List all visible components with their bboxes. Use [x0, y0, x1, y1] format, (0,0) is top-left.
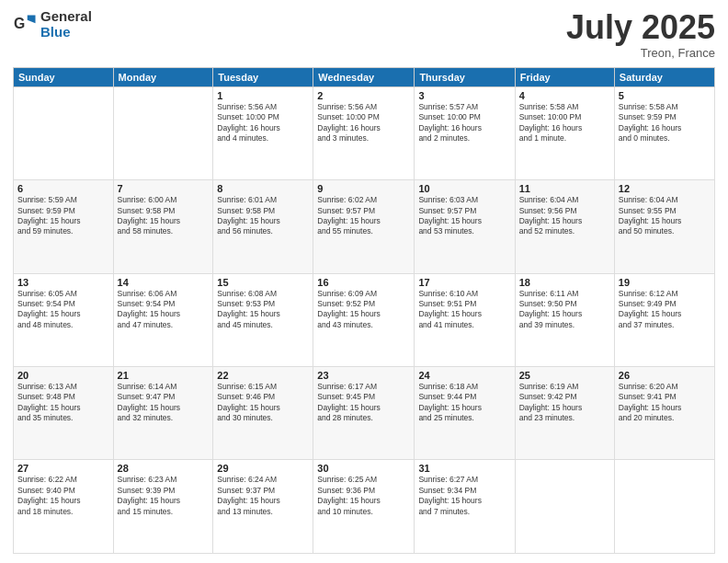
day-info: Sunrise: 5:56 AM Sunset: 10:00 PM Daylig… — [217, 102, 309, 144]
col-tuesday: Tuesday — [213, 67, 313, 86]
table-row: 28Sunrise: 6:23 AM Sunset: 9:39 PM Dayli… — [113, 460, 213, 554]
location: Treon, France — [566, 46, 715, 60]
day-number: 10 — [418, 183, 510, 194]
day-number: 16 — [317, 277, 410, 288]
table-row: 11Sunrise: 6:04 AM Sunset: 9:56 PM Dayli… — [515, 180, 614, 273]
table-row: 5Sunrise: 5:58 AM Sunset: 9:59 PM Daylig… — [614, 86, 714, 179]
day-info: Sunrise: 6:02 AM Sunset: 9:57 PM Dayligh… — [317, 195, 410, 237]
day-info: Sunrise: 6:03 AM Sunset: 9:57 PM Dayligh… — [418, 195, 510, 237]
table-row: 2Sunrise: 5:56 AM Sunset: 10:00 PM Dayli… — [313, 86, 415, 179]
table-row: 9Sunrise: 6:02 AM Sunset: 9:57 PM Daylig… — [313, 180, 415, 273]
table-row: 25Sunrise: 6:19 AM Sunset: 9:42 PM Dayli… — [515, 367, 614, 460]
table-row: 27Sunrise: 6:22 AM Sunset: 9:40 PM Dayli… — [14, 460, 114, 554]
table-row: 6Sunrise: 5:59 AM Sunset: 9:59 PM Daylig… — [14, 180, 114, 273]
calendar-week-row: 20Sunrise: 6:13 AM Sunset: 9:48 PM Dayli… — [14, 367, 715, 460]
day-number: 6 — [17, 183, 109, 194]
day-number: 17 — [418, 277, 510, 288]
day-info: Sunrise: 6:19 AM Sunset: 9:42 PM Dayligh… — [519, 382, 610, 424]
day-number: 3 — [418, 90, 510, 101]
table-row: 3Sunrise: 5:57 AM Sunset: 10:00 PM Dayli… — [415, 86, 515, 179]
day-info: Sunrise: 5:59 AM Sunset: 9:59 PM Dayligh… — [17, 195, 109, 237]
calendar-week-row: 6Sunrise: 5:59 AM Sunset: 9:59 PM Daylig… — [14, 180, 715, 273]
day-info: Sunrise: 6:17 AM Sunset: 9:45 PM Dayligh… — [317, 382, 410, 424]
logo-icon: G — [13, 12, 39, 38]
table-row: 29Sunrise: 6:24 AM Sunset: 9:37 PM Dayli… — [213, 460, 313, 554]
day-info: Sunrise: 6:05 AM Sunset: 9:54 PM Dayligh… — [17, 289, 109, 331]
day-info: Sunrise: 6:27 AM Sunset: 9:34 PM Dayligh… — [418, 475, 510, 517]
table-row: 17Sunrise: 6:10 AM Sunset: 9:51 PM Dayli… — [415, 273, 515, 366]
day-info: Sunrise: 5:58 AM Sunset: 10:00 PM Daylig… — [519, 102, 610, 144]
col-monday: Monday — [113, 67, 213, 86]
logo: G General Blue — [13, 9, 92, 40]
calendar-week-row: 27Sunrise: 6:22 AM Sunset: 9:40 PM Dayli… — [14, 460, 715, 554]
day-number: 23 — [317, 370, 410, 381]
table-row: 26Sunrise: 6:20 AM Sunset: 9:41 PM Dayli… — [614, 367, 714, 460]
day-number: 11 — [519, 183, 610, 194]
calendar-header-row: Sunday Monday Tuesday Wednesday Thursday… — [14, 67, 715, 86]
day-number: 26 — [619, 370, 711, 381]
table-row: 8Sunrise: 6:01 AM Sunset: 9:58 PM Daylig… — [213, 180, 313, 273]
table-row: 4Sunrise: 5:58 AM Sunset: 10:00 PM Dayli… — [515, 86, 614, 179]
day-number: 22 — [217, 370, 309, 381]
day-info: Sunrise: 6:13 AM Sunset: 9:48 PM Dayligh… — [17, 382, 109, 424]
table-row — [14, 86, 114, 179]
day-info: Sunrise: 6:04 AM Sunset: 9:56 PM Dayligh… — [519, 195, 610, 237]
day-info: Sunrise: 6:14 AM Sunset: 9:47 PM Dayligh… — [118, 382, 210, 424]
table-row: 18Sunrise: 6:11 AM Sunset: 9:50 PM Dayli… — [515, 273, 614, 366]
day-info: Sunrise: 5:58 AM Sunset: 9:59 PM Dayligh… — [619, 102, 711, 144]
table-row — [614, 460, 714, 554]
day-number: 9 — [317, 183, 410, 194]
col-thursday: Thursday — [415, 67, 515, 86]
day-info: Sunrise: 5:56 AM Sunset: 10:00 PM Daylig… — [317, 102, 410, 144]
day-info: Sunrise: 6:08 AM Sunset: 9:53 PM Dayligh… — [217, 289, 309, 331]
table-row: 12Sunrise: 6:04 AM Sunset: 9:55 PM Dayli… — [614, 180, 714, 273]
table-row: 20Sunrise: 6:13 AM Sunset: 9:48 PM Dayli… — [14, 367, 114, 460]
day-number: 8 — [217, 183, 309, 194]
day-number: 18 — [519, 277, 610, 288]
day-info: Sunrise: 6:11 AM Sunset: 9:50 PM Dayligh… — [519, 289, 610, 331]
title-block: July 2025 Treon, France — [566, 9, 715, 60]
day-info: Sunrise: 6:20 AM Sunset: 9:41 PM Dayligh… — [619, 382, 711, 424]
day-number: 25 — [519, 370, 610, 381]
day-number: 21 — [118, 370, 210, 381]
calendar-page: G General Blue July 2025 Treon, France S… — [0, 0, 728, 563]
day-info: Sunrise: 6:18 AM Sunset: 9:44 PM Dayligh… — [418, 382, 510, 424]
table-row: 22Sunrise: 6:15 AM Sunset: 9:46 PM Dayli… — [213, 367, 313, 460]
table-row: 1Sunrise: 5:56 AM Sunset: 10:00 PM Dayli… — [213, 86, 313, 179]
day-info: Sunrise: 6:00 AM Sunset: 9:58 PM Dayligh… — [118, 195, 210, 237]
month-title: July 2025 — [566, 9, 715, 46]
day-number: 31 — [418, 463, 510, 474]
day-number: 20 — [17, 370, 109, 381]
col-friday: Friday — [515, 67, 614, 86]
day-info: Sunrise: 6:01 AM Sunset: 9:58 PM Dayligh… — [217, 195, 309, 237]
table-row: 23Sunrise: 6:17 AM Sunset: 9:45 PM Dayli… — [313, 367, 415, 460]
logo-general: General — [40, 9, 92, 25]
table-row: 21Sunrise: 6:14 AM Sunset: 9:47 PM Dayli… — [113, 367, 213, 460]
table-row: 7Sunrise: 6:00 AM Sunset: 9:58 PM Daylig… — [113, 180, 213, 273]
day-number: 7 — [118, 183, 210, 194]
table-row — [515, 460, 614, 554]
table-row: 30Sunrise: 6:25 AM Sunset: 9:36 PM Dayli… — [313, 460, 415, 554]
header: G General Blue July 2025 Treon, France — [13, 9, 715, 60]
table-row: 13Sunrise: 6:05 AM Sunset: 9:54 PM Dayli… — [14, 273, 114, 366]
table-row: 19Sunrise: 6:12 AM Sunset: 9:49 PM Dayli… — [614, 273, 714, 366]
day-info: Sunrise: 6:23 AM Sunset: 9:39 PM Dayligh… — [118, 475, 210, 517]
day-info: Sunrise: 6:06 AM Sunset: 9:54 PM Dayligh… — [118, 289, 210, 331]
day-number: 1 — [217, 90, 309, 101]
day-number: 4 — [519, 90, 610, 101]
table-row: 16Sunrise: 6:09 AM Sunset: 9:52 PM Dayli… — [313, 273, 415, 366]
day-number: 14 — [118, 277, 210, 288]
table-row: 14Sunrise: 6:06 AM Sunset: 9:54 PM Dayli… — [113, 273, 213, 366]
day-info: Sunrise: 6:12 AM Sunset: 9:49 PM Dayligh… — [619, 289, 711, 331]
col-wednesday: Wednesday — [313, 67, 415, 86]
calendar-week-row: 13Sunrise: 6:05 AM Sunset: 9:54 PM Dayli… — [14, 273, 715, 366]
calendar-week-row: 1Sunrise: 5:56 AM Sunset: 10:00 PM Dayli… — [14, 86, 715, 179]
day-info: Sunrise: 6:04 AM Sunset: 9:55 PM Dayligh… — [619, 195, 711, 237]
day-number: 12 — [619, 183, 711, 194]
day-info: Sunrise: 6:24 AM Sunset: 9:37 PM Dayligh… — [217, 475, 309, 517]
calendar-table: Sunday Monday Tuesday Wednesday Thursday… — [13, 67, 715, 554]
day-number: 13 — [17, 277, 109, 288]
table-row: 31Sunrise: 6:27 AM Sunset: 9:34 PM Dayli… — [415, 460, 515, 554]
day-info: Sunrise: 6:09 AM Sunset: 9:52 PM Dayligh… — [317, 289, 410, 331]
svg-marker-1 — [28, 15, 36, 23]
